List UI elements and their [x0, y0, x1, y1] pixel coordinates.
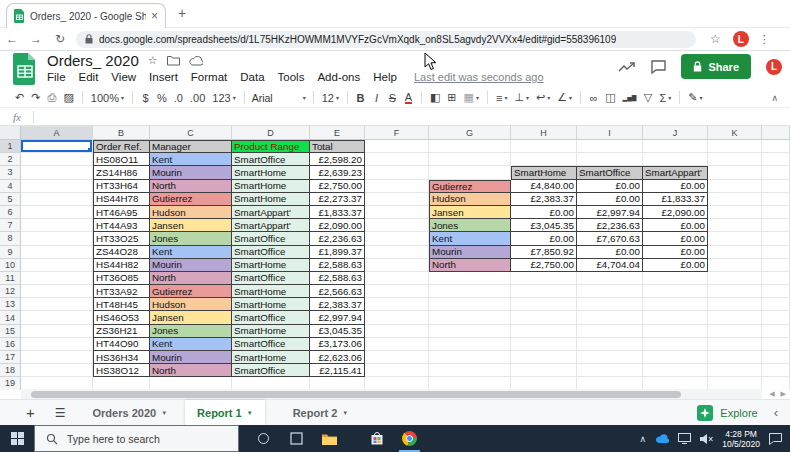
menu-view[interactable]: View	[111, 71, 136, 83]
cell-F13[interactable]	[365, 298, 429, 311]
cell-K12[interactable]	[708, 285, 762, 298]
cell-J12[interactable]	[643, 285, 708, 298]
cell-B11[interactable]: HT36O85	[93, 272, 150, 285]
cell-C1[interactable]: Manager	[150, 140, 232, 153]
cell-G11[interactable]	[429, 272, 511, 285]
cell-C9[interactable]: Kent	[150, 246, 232, 259]
cell-H1[interactable]	[511, 140, 577, 153]
cell-K16[interactable]	[708, 338, 762, 351]
cell-offscreen[interactable]	[762, 232, 790, 245]
cell-F15[interactable]	[365, 325, 429, 338]
cell-D4[interactable]: SmartHome	[232, 180, 310, 193]
cell-offscreen[interactable]	[762, 351, 790, 364]
cell-I17[interactable]	[577, 351, 643, 364]
bookmark-star-icon[interactable]: ☆	[710, 32, 721, 46]
bold-button[interactable]: B	[353, 92, 368, 104]
insert-comment-icon[interactable]: ◫	[602, 91, 618, 104]
cell-H17[interactable]	[511, 351, 577, 364]
cell-offscreen[interactable]	[762, 338, 790, 351]
new-tab-button[interactable]: +	[178, 5, 186, 21]
cell-F10[interactable]	[365, 259, 429, 272]
cell-C7[interactable]: Jansen	[150, 219, 232, 232]
cell-G12[interactable]	[429, 285, 511, 298]
cell-I2[interactable]	[577, 153, 643, 166]
scroll-left-icon[interactable]: ◀	[769, 390, 774, 398]
column-header-E[interactable]: E	[310, 126, 365, 140]
reload-icon[interactable]: ↻	[48, 32, 72, 46]
cell-K5[interactable]	[708, 193, 762, 206]
cell-D9[interactable]: SmartOffice	[232, 246, 310, 259]
cell-offscreen[interactable]	[762, 298, 790, 311]
cell-H8[interactable]: £0.00	[511, 232, 577, 245]
cell-K15[interactable]	[708, 325, 762, 338]
row-header-19[interactable]: 19	[0, 377, 21, 390]
cell-I18[interactable]	[577, 364, 643, 377]
cell-D11[interactable]: SmartOffice	[232, 272, 310, 285]
cell-A10[interactable]	[21, 259, 93, 272]
cell-I1[interactable]	[577, 140, 643, 153]
cell-E6[interactable]: £1,833.37	[310, 206, 365, 219]
row-header-10[interactable]: 10	[0, 259, 21, 272]
cell-D2[interactable]: SmartOffice	[232, 153, 310, 166]
cell-D16[interactable]: SmartOffice	[232, 338, 310, 351]
column-header-A[interactable]: A	[21, 126, 93, 140]
sheet-tab-report-2[interactable]: Report 2▼	[285, 400, 357, 426]
cell-D8[interactable]: SmartOffice	[232, 232, 310, 245]
cell-H12[interactable]	[511, 285, 577, 298]
row-header-2[interactable]: 2	[0, 153, 21, 166]
redo-icon[interactable]: ↷	[28, 91, 43, 104]
cloud-status-icon[interactable]	[189, 56, 203, 66]
cell-D18[interactable]: SmartOffice	[232, 364, 310, 377]
cell-C15[interactable]: Jones	[150, 325, 232, 338]
cell-offscreen[interactable]	[762, 364, 790, 377]
more-formats-button[interactable]: 123▾	[209, 92, 238, 104]
cell-H15[interactable]	[511, 325, 577, 338]
chrome-taskbar-button[interactable]	[393, 425, 426, 452]
row-header-3[interactable]: 3	[0, 166, 21, 179]
cell-G3[interactable]	[429, 166, 511, 179]
cell-A6[interactable]	[21, 206, 93, 219]
cell-D1[interactable]: Product Range	[232, 140, 310, 153]
cell-E16[interactable]: £3,173.06	[310, 338, 365, 351]
format-percent-button[interactable]: %	[154, 92, 170, 104]
insert-chart-icon[interactable]: ▂▅▇	[620, 94, 640, 101]
cell-J15[interactable]	[643, 325, 708, 338]
column-header-F[interactable]: F	[365, 126, 429, 140]
cortana-button[interactable]	[247, 425, 280, 452]
cell-K17[interactable]	[708, 351, 762, 364]
undo-icon[interactable]: ↶	[12, 91, 27, 104]
font-size-select[interactable]: 12▾	[319, 92, 342, 104]
row-header-4[interactable]: 4	[0, 180, 21, 193]
tray-chevron-icon[interactable]: ∧	[640, 434, 647, 444]
menu-insert[interactable]: Insert	[149, 71, 178, 83]
cell-offscreen[interactable]	[762, 206, 790, 219]
cell-J5[interactable]: £1,833.37	[643, 193, 708, 206]
cell-D15[interactable]: SmartHome	[232, 325, 310, 338]
cell-I14[interactable]	[577, 311, 643, 324]
cell-D13[interactable]: SmartHome	[232, 298, 310, 311]
volume-muted-icon[interactable]	[700, 434, 713, 444]
cell-K4[interactable]	[708, 180, 762, 193]
vertical-align-icon[interactable]: ⊥▾	[511, 91, 532, 104]
cell-offscreen[interactable]	[762, 193, 790, 206]
fill-color-icon[interactable]: ◧	[427, 91, 443, 104]
menu-data[interactable]: Data	[240, 71, 264, 83]
cell-J14[interactable]	[643, 311, 708, 324]
cell-B6[interactable]: HT46A95	[93, 206, 150, 219]
row-header-8[interactable]: 8	[0, 232, 21, 245]
cell-F8[interactable]	[365, 232, 429, 245]
row-header-13[interactable]: 13	[0, 298, 21, 311]
row-header-11[interactable]: 11	[0, 272, 21, 285]
cell-E3[interactable]: £2,639.23	[310, 166, 365, 179]
cell-E17[interactable]: £2,623.06	[310, 351, 365, 364]
task-view-button[interactable]	[280, 425, 313, 452]
cell-J13[interactable]	[643, 298, 708, 311]
cell-H5[interactable]: £2,383.37	[511, 193, 577, 206]
sheet-tab-report-1[interactable]: Report 1▼	[185, 400, 265, 426]
cell-H13[interactable]	[511, 298, 577, 311]
italic-button[interactable]: I	[369, 92, 384, 104]
merge-cells-icon[interactable]: ▦▾	[461, 91, 482, 104]
cell-A8[interactable]	[21, 232, 93, 245]
cell-J4[interactable]: £0.00	[643, 180, 708, 193]
cell-D14[interactable]: SmartOffice	[232, 311, 310, 324]
